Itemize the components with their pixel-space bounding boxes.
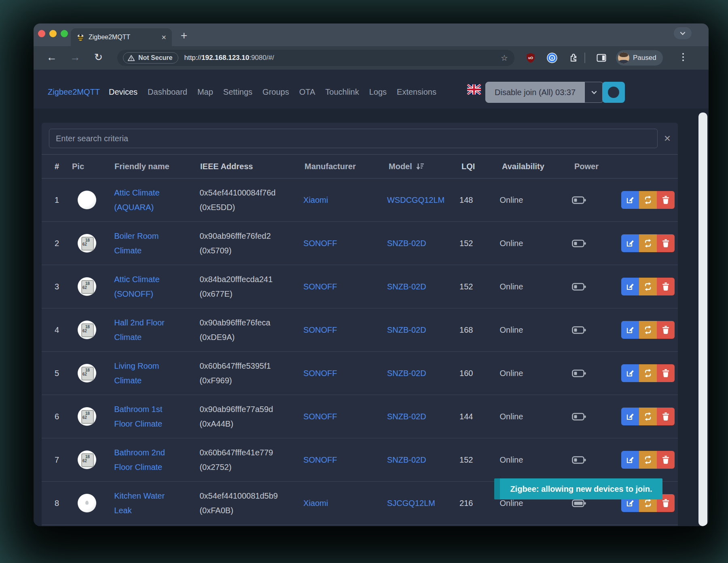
nav-item-ota[interactable]: OTA bbox=[299, 87, 315, 97]
clear-search-icon[interactable]: × bbox=[664, 133, 671, 144]
minimize-window-button[interactable] bbox=[49, 30, 57, 37]
manufacturer-link[interactable]: SONOFF bbox=[303, 369, 337, 378]
model-link[interactable]: WSDCGQ12LM bbox=[387, 195, 444, 204]
reconfigure-device-button[interactable] bbox=[639, 278, 657, 295]
friendly-name-link[interactable]: Hall 2nd Floor Climate bbox=[114, 318, 165, 342]
scrollbar[interactable] bbox=[698, 113, 707, 526]
model-link[interactable]: SNZB-02D bbox=[387, 369, 426, 378]
delete-device-button[interactable] bbox=[657, 191, 675, 209]
nav-item-touchlink[interactable]: Touchlink bbox=[325, 87, 359, 97]
close-tab-icon[interactable]: × bbox=[161, 33, 166, 41]
column-header-model[interactable]: Model bbox=[386, 162, 459, 171]
join-dropdown-toggle[interactable] bbox=[585, 82, 603, 103]
column-header-ieee-address[interactable]: IEEE Address bbox=[197, 159, 302, 174]
toast-notification[interactable]: Zigbee: allowing new devices to join. bbox=[494, 478, 662, 499]
reconfigure-device-button[interactable] bbox=[639, 321, 657, 339]
column-header-power[interactable]: Power bbox=[569, 162, 621, 171]
edit-device-button[interactable] bbox=[621, 234, 639, 252]
reload-icon[interactable]: ↻ bbox=[94, 51, 103, 63]
browser-menu-icon[interactable] bbox=[679, 53, 687, 61]
column-header-availability[interactable]: Availability bbox=[499, 162, 569, 171]
friendly-name-link[interactable]: Bathroom 2nd Floor Climate bbox=[114, 448, 165, 472]
not-secure-badge[interactable]: Not Secure bbox=[123, 52, 178, 64]
reconfigure-device-button[interactable] bbox=[639, 451, 657, 469]
extensions-puzzle-icon[interactable] bbox=[567, 52, 579, 64]
nav-item-dashboard[interactable]: Dashboard bbox=[148, 87, 187, 97]
manufacturer-link[interactable]: SONOFF bbox=[303, 325, 337, 334]
brand-link[interactable]: Zigbee2MQTT bbox=[48, 87, 100, 97]
device-image[interactable] bbox=[78, 494, 96, 512]
friendly-name-link[interactable]: Living Room Climate bbox=[114, 361, 159, 385]
column-header-pic[interactable]: Pic bbox=[69, 162, 112, 171]
friendly-name-link[interactable]: Bathroom 1st Floor Climate bbox=[114, 405, 162, 428]
model-link[interactable]: SNZB-02D bbox=[387, 282, 426, 291]
edit-device-button[interactable] bbox=[621, 278, 639, 295]
manufacturer-link[interactable]: Xiaomi bbox=[303, 195, 328, 204]
manufacturer-link[interactable]: SONOFF bbox=[303, 455, 337, 464]
column-header-manufacturer[interactable]: Manufacturer bbox=[302, 162, 386, 171]
address-bar[interactable]: Not Secure http://192.168.123.10:9080/#/… bbox=[117, 50, 514, 66]
reconfigure-device-button[interactable] bbox=[639, 408, 657, 425]
bookmark-star-icon[interactable]: ☆ bbox=[501, 53, 508, 63]
friendly-name-link[interactable]: Boiler Room Climate bbox=[114, 232, 159, 255]
delete-device-button[interactable] bbox=[657, 408, 675, 425]
delete-device-button[interactable] bbox=[657, 234, 675, 252]
window-controls[interactable] bbox=[38, 30, 68, 37]
edit-device-button[interactable] bbox=[621, 451, 639, 469]
device-image[interactable] bbox=[78, 407, 96, 426]
language-flag-icon[interactable] bbox=[467, 84, 481, 95]
browser-tab[interactable]: Zigbee2MQTT × bbox=[71, 28, 172, 46]
reconfigure-device-button[interactable] bbox=[639, 191, 657, 209]
delete-device-button[interactable] bbox=[657, 321, 675, 339]
reconfigure-device-button[interactable] bbox=[639, 364, 657, 382]
device-image[interactable] bbox=[78, 364, 96, 382]
tab-search-button[interactable] bbox=[674, 27, 692, 39]
close-window-button[interactable] bbox=[38, 30, 45, 37]
device-image[interactable] bbox=[78, 450, 96, 469]
friendly-name-link[interactable]: Kitchen Water Leak bbox=[114, 491, 165, 515]
model-link[interactable]: SNZB-02D bbox=[387, 412, 426, 421]
column-header-lqi[interactable]: LQI bbox=[459, 162, 499, 171]
onepassword-extension-icon[interactable] bbox=[546, 52, 558, 64]
model-link[interactable]: SNZB-02D bbox=[387, 239, 426, 248]
edit-device-button[interactable] bbox=[621, 321, 639, 339]
side-panel-icon[interactable] bbox=[596, 52, 607, 64]
reconfigure-device-button[interactable] bbox=[639, 234, 657, 252]
nav-item-settings[interactable]: Settings bbox=[223, 87, 252, 97]
nav-item-devices[interactable]: Devices bbox=[109, 87, 138, 97]
device-image[interactable] bbox=[78, 191, 96, 209]
nav-item-map[interactable]: Map bbox=[197, 87, 213, 97]
fullscreen-window-button[interactable] bbox=[61, 30, 68, 37]
delete-device-button[interactable] bbox=[657, 451, 675, 469]
friendly-name-link[interactable]: Attic Climate (SONOFF) bbox=[114, 275, 159, 298]
search-input[interactable] bbox=[49, 129, 658, 148]
forward-icon[interactable]: → bbox=[70, 51, 80, 64]
device-image[interactable] bbox=[78, 321, 96, 339]
model-link[interactable]: SNZB-02D bbox=[387, 455, 426, 464]
edit-device-button[interactable] bbox=[621, 364, 639, 382]
edit-device-button[interactable] bbox=[621, 191, 639, 209]
delete-device-button[interactable] bbox=[657, 278, 675, 295]
column-header-friendly-name[interactable]: Friendly name bbox=[112, 159, 197, 174]
manufacturer-link[interactable]: Xiaomi bbox=[303, 499, 328, 508]
nav-item-groups[interactable]: Groups bbox=[262, 87, 289, 97]
disable-join-button[interactable]: Disable join (All) 03:37 bbox=[485, 82, 585, 103]
device-image[interactable] bbox=[78, 277, 96, 296]
device-image[interactable] bbox=[78, 234, 96, 253]
model-link[interactable]: SJCGQ12LM bbox=[387, 499, 435, 508]
manufacturer-link[interactable]: SONOFF bbox=[303, 282, 337, 291]
column-header--[interactable]: # bbox=[42, 162, 69, 171]
ublock-extension-icon[interactable]: uO bbox=[525, 52, 536, 64]
nav-item-logs[interactable]: Logs bbox=[369, 87, 387, 97]
edit-device-button[interactable] bbox=[621, 408, 639, 425]
profile-chip[interactable]: Paused bbox=[616, 50, 663, 66]
nav-item-extensions[interactable]: Extensions bbox=[397, 87, 436, 97]
delete-device-button[interactable] bbox=[657, 364, 675, 382]
friendly-name-link[interactable]: Attic Climate (AQUARA) bbox=[114, 188, 159, 212]
new-tab-button[interactable]: + bbox=[176, 29, 192, 42]
theme-toggle-button[interactable] bbox=[602, 82, 625, 103]
back-icon[interactable]: ← bbox=[47, 51, 57, 64]
model-link[interactable]: SNZB-02D bbox=[387, 325, 426, 334]
manufacturer-link[interactable]: SONOFF bbox=[303, 239, 337, 248]
manufacturer-link[interactable]: SONOFF bbox=[303, 412, 337, 421]
